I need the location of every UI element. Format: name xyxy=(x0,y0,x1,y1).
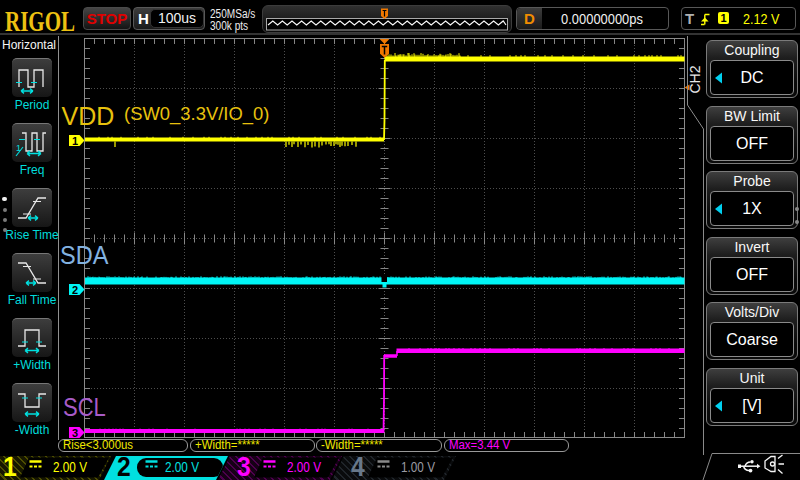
svg-text:1: 1 xyxy=(16,143,21,153)
svg-text:1: 1 xyxy=(72,135,78,147)
svg-text:2: 2 xyxy=(72,284,78,296)
svg-text:3: 3 xyxy=(72,427,78,439)
